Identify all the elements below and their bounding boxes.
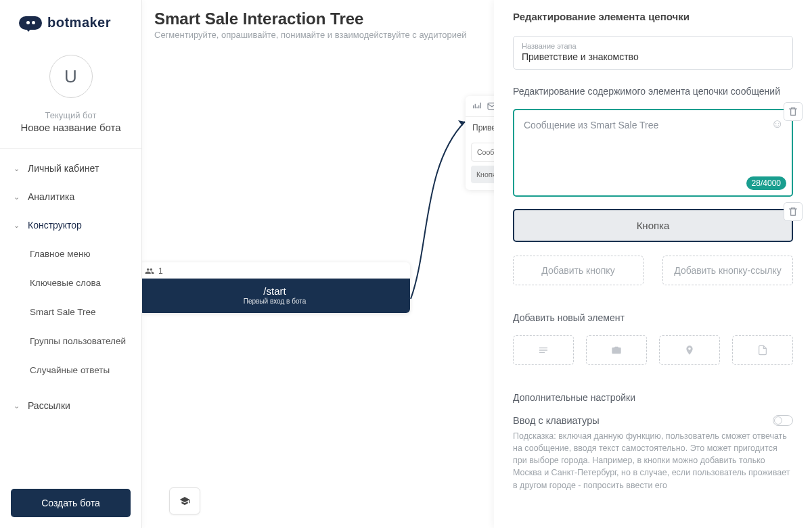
- page-subtitle: Сегментируйте, опрашивайте, понимайте и …: [154, 30, 482, 40]
- start-command: /start: [145, 285, 405, 297]
- pin-icon: [684, 345, 695, 356]
- button-card: Кнопка: [513, 209, 793, 242]
- file-icon: [757, 345, 768, 356]
- page-title: Smart Sale Interaction Tree: [154, 9, 482, 28]
- help-button[interactable]: [169, 487, 200, 514]
- add-location-element[interactable]: [659, 335, 720, 365]
- properties-panel: Редактирование элемента цепочки Название…: [494, 0, 812, 528]
- step-node-title: Приветствие и знакомство: [472, 123, 494, 133]
- message-card: Сообщение из Smart Sale Tree ☺ 28/4000: [513, 109, 793, 197]
- text-icon: [538, 345, 549, 356]
- sidebar: botmaker U Текущий бот Новое название бо…: [0, 0, 142, 528]
- start-node[interactable]: 1 /start Первый вход в бота: [142, 262, 410, 313]
- chart-icon[interactable]: [471, 100, 483, 112]
- message-textarea[interactable]: Сообщение из Smart Sale Tree ☺ 28/4000: [513, 109, 793, 197]
- nav-sub-main-menu[interactable]: Главное меню: [0, 239, 141, 268]
- user-block: U Текущий бот Новое название бота: [0, 43, 141, 149]
- delete-message-button[interactable]: [784, 102, 803, 121]
- nav-mailings[interactable]: ⌄ Рассылки: [0, 391, 141, 420]
- add-element-label: Добавить новый элемент: [513, 312, 793, 323]
- nav-sub-sale-tree[interactable]: Smart Sale Tree: [0, 297, 141, 327]
- add-image-element[interactable]: [586, 335, 647, 365]
- step-node-message[interactable]: Сообщение из Smart Sale Tree: [471, 143, 494, 162]
- nav-sub-keywords[interactable]: Ключевые слова: [0, 268, 141, 297]
- settings-title: Дополнительные настройки: [513, 392, 793, 403]
- content-section-label: Редактирование содержимого элемента цепо…: [513, 86, 793, 97]
- start-subtitle: Первый вход в бота: [145, 297, 405, 305]
- current-bot-name[interactable]: Новое название бота: [20, 122, 120, 133]
- logo-icon: [19, 16, 42, 30]
- chevron-down-icon: ⌄: [14, 221, 20, 230]
- chevron-down-icon: ⌄: [14, 164, 20, 173]
- create-bot-button[interactable]: Создать бота: [11, 489, 131, 517]
- button-element[interactable]: Кнопка: [513, 209, 793, 242]
- nav-label: Конструктор: [28, 220, 82, 231]
- keyboard-input-hint: Подсказка: включая данную функцию, польз…: [513, 430, 793, 491]
- field-label: Название этапа: [522, 42, 784, 50]
- nav-label: Аналитика: [28, 191, 74, 202]
- step-node-button[interactable]: Кнопка ⊕: [471, 166, 494, 183]
- nav-analytics[interactable]: ⌄ Аналитика: [0, 183, 141, 211]
- logo-text: botmaker: [47, 15, 111, 30]
- chevron-down-icon: ⌄: [14, 402, 20, 410]
- panel-title: Редактирование элемента цепочки: [494, 0, 812, 30]
- chevron-down-icon: ⌄: [14, 193, 20, 201]
- field-value: Приветствие и знакомство: [522, 51, 784, 62]
- add-link-button-button[interactable]: Добавить кнопку-ссылку: [662, 256, 793, 285]
- emoji-icon[interactable]: ☺: [771, 117, 784, 131]
- step-node[interactable]: Приветствие и знакомство ⊕ Сообщение из …: [466, 96, 494, 190]
- delete-button-button[interactable]: [784, 202, 803, 221]
- logo[interactable]: botmaker: [0, 0, 141, 43]
- nav-label: Личный кабинет: [28, 163, 99, 174]
- add-file-element[interactable]: [732, 335, 793, 365]
- keyboard-input-toggle[interactable]: [773, 415, 793, 426]
- nav-constructor[interactable]: ⌄ Конструктор: [0, 211, 141, 239]
- graduation-icon: [179, 496, 190, 506]
- nav-personal-account[interactable]: ⌄ Личный кабинет: [0, 154, 141, 183]
- char-counter: 28/4000: [746, 176, 786, 190]
- camera-icon: [611, 345, 622, 356]
- users-icon: [145, 266, 154, 276]
- trash-icon: [788, 206, 798, 217]
- add-text-element[interactable]: [513, 335, 574, 365]
- current-bot-label: Текущий бот: [45, 110, 97, 120]
- nav-sub-random-answers[interactable]: Случайные ответы: [0, 356, 141, 385]
- stage-name-field[interactable]: Название этапа Приветствие и знакомство: [513, 36, 793, 70]
- nav-sub-user-groups[interactable]: Группы пользователей: [0, 327, 141, 356]
- nav: ⌄ Личный кабинет ⌄ Аналитика ⌄ Конструкт…: [0, 149, 141, 478]
- start-node-count: 1: [158, 266, 163, 276]
- nav-label: Рассылки: [28, 400, 70, 411]
- mail-icon[interactable]: [486, 100, 494, 112]
- keyboard-input-label: Ввод с клавиатуры: [513, 415, 600, 426]
- message-text: Сообщение из Smart Sale Tree: [524, 120, 782, 130]
- canvas[interactable]: Smart Sale Interaction Tree Сегментируйт…: [142, 0, 494, 528]
- add-button-button[interactable]: Добавить кнопку: [513, 256, 644, 285]
- avatar[interactable]: U: [49, 55, 93, 98]
- trash-icon: [788, 106, 798, 117]
